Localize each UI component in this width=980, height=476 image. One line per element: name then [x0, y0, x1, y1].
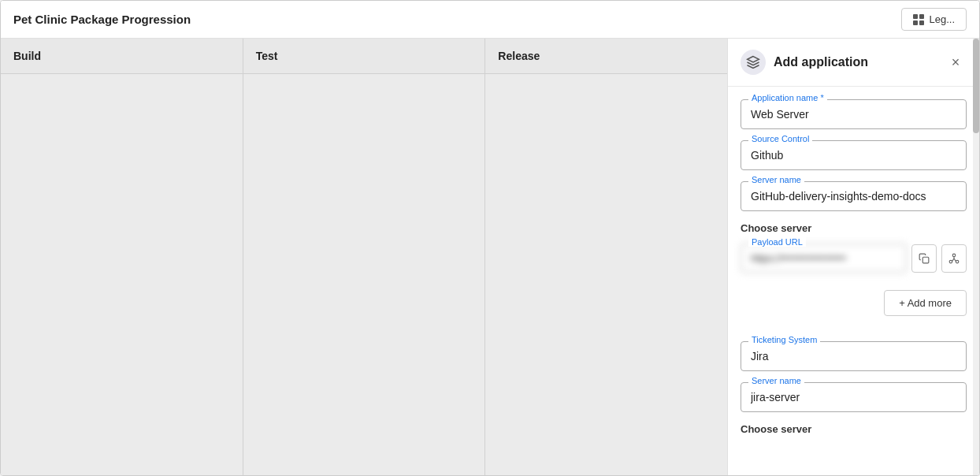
page-title: Pet Clinic Package Progression	[13, 13, 191, 26]
svg-point-2	[949, 260, 952, 263]
source-control-label: Source Control	[748, 134, 812, 143]
ticketing-system-input[interactable]	[741, 341, 967, 371]
payload-url-input[interactable]	[741, 244, 907, 273]
column-release-header: Release	[485, 39, 727, 74]
scrollbar-thumb[interactable]	[973, 39, 979, 133]
grid-icon	[913, 14, 924, 25]
server-name-field-group: Server name	[741, 181, 967, 211]
source-control-field-group: Source Control	[741, 140, 967, 170]
add-application-panel: Add application × Application name * Sou…	[727, 39, 979, 475]
choose-server2-link[interactable]: Choose server	[741, 423, 967, 435]
svg-point-1	[952, 254, 956, 257]
app-name-input[interactable]	[741, 99, 967, 129]
payload-url-row	[741, 244, 967, 273]
panel-header: Add application ×	[728, 39, 979, 87]
column-release-body	[485, 74, 727, 475]
kanban-board: Build Test Release	[1, 39, 727, 475]
legend-button-label: Leg...	[929, 13, 955, 25]
column-build: Build	[1, 39, 243, 475]
close-panel-button[interactable]: ×	[945, 51, 967, 73]
server-name2-label: Server name	[748, 376, 804, 385]
app-name-field-group: Application name *	[741, 99, 967, 129]
panel-app-icon	[741, 50, 766, 75]
column-build-body	[1, 74, 243, 475]
add-more-label: + Add more	[899, 297, 952, 309]
server-name2-field-group: Server name	[741, 382, 967, 412]
add-more-row: + Add more	[741, 284, 967, 329]
panel-title: Add application	[774, 55, 937, 69]
ticketing-system-field-group: Ticketing System	[741, 341, 967, 371]
column-test-header: Test	[243, 39, 485, 74]
copy-url-button[interactable]	[911, 244, 937, 273]
column-test-body	[243, 74, 485, 475]
server-name-label: Server name	[748, 175, 804, 184]
server-name-input[interactable]	[741, 181, 967, 211]
main-area: Build Test Release	[1, 39, 979, 475]
webhook-button[interactable]	[941, 244, 967, 273]
header: Pet Clinic Package Progression Leg...	[1, 1, 979, 39]
svg-point-3	[956, 260, 959, 263]
server-name2-input[interactable]	[741, 382, 967, 412]
column-release: Release	[485, 39, 727, 475]
choose-server-link[interactable]: Choose server	[741, 222, 967, 234]
svg-rect-0	[922, 257, 929, 263]
app-name-label: Application name *	[748, 93, 827, 102]
add-more-button[interactable]: + Add more	[884, 290, 967, 316]
legend-button[interactable]: Leg...	[901, 8, 967, 31]
ticketing-system-label: Ticketing System	[748, 335, 820, 344]
panel-body: Application name * Source Control Server…	[728, 87, 979, 475]
payload-url-label: Payload URL	[748, 237, 806, 247]
column-build-header: Build	[1, 39, 243, 74]
scrollbar-track	[973, 39, 979, 475]
main-window: Pet Clinic Package Progression Leg... Bu…	[0, 0, 980, 476]
column-test: Test	[243, 39, 486, 475]
source-control-input[interactable]	[741, 140, 967, 170]
payload-url-field-group: Payload URL	[741, 244, 967, 273]
